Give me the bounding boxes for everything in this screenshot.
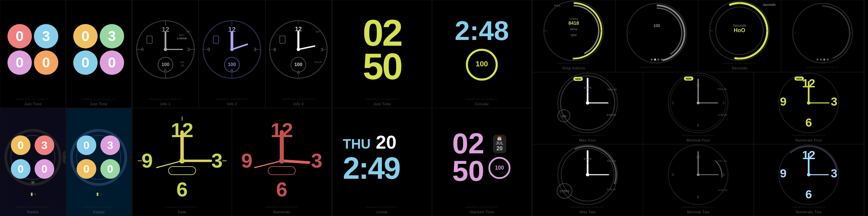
ring-indices-svg-1: STEPS 8418 6BPM SEP FULL bbox=[536, 0, 611, 62]
svg-line-75 bbox=[282, 161, 309, 163]
svg-text:0: 0 bbox=[587, 161, 589, 165]
digital-hours: 02 bbox=[363, 16, 401, 49]
seconds-cell: Seconds HoO Seconds ANDROID AUTHORITY Se… bbox=[698, 0, 781, 72]
date-numerals-row: 12 9 3 6 bbox=[132, 108, 332, 216]
digital-row: 02 50 ANDROID AUTHORITY Just Time 2:48 1… bbox=[332, 0, 532, 108]
stacked-hours: 02 bbox=[452, 130, 485, 157]
svg-text:3: 3 bbox=[321, 47, 323, 52]
max-four-svg: NEW STEPS 0 THU 20 6:35:20 100 bbox=[537, 72, 638, 134]
svg-text:THU 20: THU 20 bbox=[607, 159, 616, 163]
brand-label-14: ANDROID AUTHORITY bbox=[557, 62, 590, 65]
brand-label-2: ANDROID AUTHORITY bbox=[82, 98, 115, 101]
radial-cell-1: 0 3 0 0 ⬛ 📅 JUL bbox=[0, 108, 66, 216]
numerals-two-cell: 12 3 6 9 ANDROID AUTHORITY Numerals Two bbox=[754, 144, 864, 216]
digital-label: Just Time bbox=[333, 101, 432, 108]
brand-label-1: ANDROID AUTHORITY bbox=[16, 98, 50, 101]
max-two-label: Max Two bbox=[533, 209, 643, 216]
svg-rect-54 bbox=[280, 36, 285, 43]
just-time-face-2: 0 3 0 0 bbox=[66, 0, 131, 98]
brand-label-12: ANDROID AUTHORITY bbox=[366, 206, 399, 209]
svg-point-97 bbox=[627, 3, 687, 63]
numerals-two-label: Numerals Two bbox=[754, 209, 864, 216]
ring-extra-face bbox=[782, 0, 864, 66]
svg-text:6: 6 bbox=[806, 116, 812, 129]
info2-svg: 12 3 6 9 100 bbox=[201, 19, 262, 80]
svg-text:NEW: NEW bbox=[796, 78, 802, 80]
ring-indices-svg-2: 100 bbox=[619, 2, 694, 65]
max-two-svg: STEPS 0 THU 20 STEPS 6:35:20 bbox=[537, 144, 638, 206]
digit-0: 0 bbox=[7, 24, 32, 48]
brand-label-8: ANDROID AUTHORITY bbox=[165, 206, 199, 209]
svg-text:100: 100 bbox=[476, 60, 488, 68]
svg-text:6:35:20: 6:35:20 bbox=[718, 113, 727, 116]
brand-label-7: ANDROID AUTHORITY bbox=[282, 98, 315, 101]
stacked-time-display: 02 50 bbox=[452, 130, 485, 185]
svg-text:9: 9 bbox=[780, 167, 787, 180]
digital-cell: 02 50 ANDROID AUTHORITY Just Time bbox=[332, 0, 432, 108]
svg-text:9: 9 bbox=[208, 47, 211, 52]
max-four-cell: NEW STEPS 0 THU 20 6:35:20 100 ANDROID A… bbox=[532, 72, 643, 144]
svg-text:NEW: NEW bbox=[575, 78, 581, 80]
radial-label-1: Radial bbox=[0, 209, 65, 216]
brand-label-16: ANDROID AUTHORITY bbox=[723, 62, 756, 65]
brand-label-6: ANDROID AUTHORITY bbox=[216, 98, 249, 101]
svg-text:⬛: ⬛ bbox=[31, 181, 35, 184]
svg-point-108 bbox=[661, 59, 663, 61]
svg-text:NEW: NEW bbox=[686, 78, 692, 80]
svg-text:6: 6 bbox=[697, 124, 699, 127]
svg-point-16 bbox=[164, 48, 167, 51]
brand-label-19: ANDROID AUTHORITY bbox=[682, 134, 715, 137]
circular-face: 2:48 100 bbox=[432, 0, 531, 98]
ring-extra-svg bbox=[785, 2, 860, 65]
svg-point-169 bbox=[586, 173, 589, 176]
svg-point-119 bbox=[795, 6, 850, 60]
brand-label-21: ANDROID AUTHORITY bbox=[571, 206, 604, 209]
max-four-label: Max Four bbox=[533, 137, 643, 144]
ring-top-row: STEPS 8418 6BPM SEP FULL ANDROID AUTHORI… bbox=[532, 0, 864, 72]
bottom-row: STEPS 0 THU 20 STEPS 6:35:20 ANDROID AUT… bbox=[532, 144, 864, 216]
svg-text:100: 100 bbox=[653, 23, 660, 28]
circular-cell: 2:48 100 ANDROID AUTHORITY Circular bbox=[432, 0, 532, 108]
just-time-label-2: Just Time bbox=[66, 101, 131, 108]
svg-rect-19 bbox=[147, 36, 152, 43]
radial-label-2: Radial bbox=[66, 209, 131, 216]
svg-text:3: 3 bbox=[311, 149, 322, 172]
section-info: 12 3 6 9 100 JUL bbox=[132, 0, 332, 216]
svg-text:6: 6 bbox=[806, 188, 812, 201]
svg-text:9: 9 bbox=[780, 95, 787, 108]
stacked-gauge: 100 bbox=[488, 156, 511, 180]
minimal-four-face: NEW 12 3 6 9 6:35:20 THU 20 bbox=[643, 72, 753, 134]
info4-face: 12 3 6 9 100 SET JUL20 bbox=[266, 0, 331, 98]
info1-svg: 12 3 6 9 100 JUL bbox=[135, 19, 196, 80]
info4-label: Info 4 bbox=[266, 101, 331, 108]
svg-text:100: 100 bbox=[295, 62, 303, 67]
svg-text:3: 3 bbox=[723, 101, 725, 105]
svg-text:THU 20: THU 20 bbox=[607, 88, 617, 91]
svg-rect-65 bbox=[169, 167, 196, 175]
svg-text:THU 20: THU 20 bbox=[717, 159, 727, 163]
svg-point-87 bbox=[549, 6, 599, 56]
section-ring: STEPS 8418 6BPM SEP FULL ANDROID AUTHORI… bbox=[532, 0, 865, 216]
linear-label: Linear bbox=[333, 209, 432, 216]
numerals-two-svg: 12 3 6 9 bbox=[758, 144, 860, 206]
numerals-svg: 12 9 3 6 bbox=[236, 115, 328, 200]
date-face: 12 9 3 6 bbox=[133, 108, 232, 206]
svg-text:3: 3 bbox=[187, 47, 190, 52]
battery-2: 🔋 0 bbox=[96, 193, 102, 196]
brand-label-15: ANDROID AUTHORITY bbox=[640, 66, 673, 69]
circular-time: 2:48 bbox=[455, 17, 509, 44]
svg-point-124 bbox=[816, 59, 818, 61]
svg-point-145 bbox=[697, 102, 699, 104]
svg-text:12: 12 bbox=[696, 84, 701, 87]
section-digital: 02 50 ANDROID AUTHORITY Just Time 2:48 1… bbox=[332, 0, 532, 216]
svg-text:100: 100 bbox=[561, 114, 567, 118]
info1-cell: 12 3 6 9 100 JUL bbox=[132, 0, 199, 108]
linear-time: 2:49 bbox=[343, 153, 400, 183]
numerals-four-svg: 12 3 6 9 NEW bbox=[758, 72, 860, 134]
numerals-four-face: 12 3 6 9 NEW bbox=[754, 72, 864, 134]
svg-text:6:35:20: 6:35:20 bbox=[607, 113, 616, 116]
svg-line-50 bbox=[298, 46, 315, 49]
svg-point-161 bbox=[807, 101, 810, 105]
date-label: Date bbox=[133, 209, 232, 216]
numerals-four-cell: 12 3 6 9 NEW ANDROID AUTHORITY Numerals … bbox=[754, 72, 864, 144]
